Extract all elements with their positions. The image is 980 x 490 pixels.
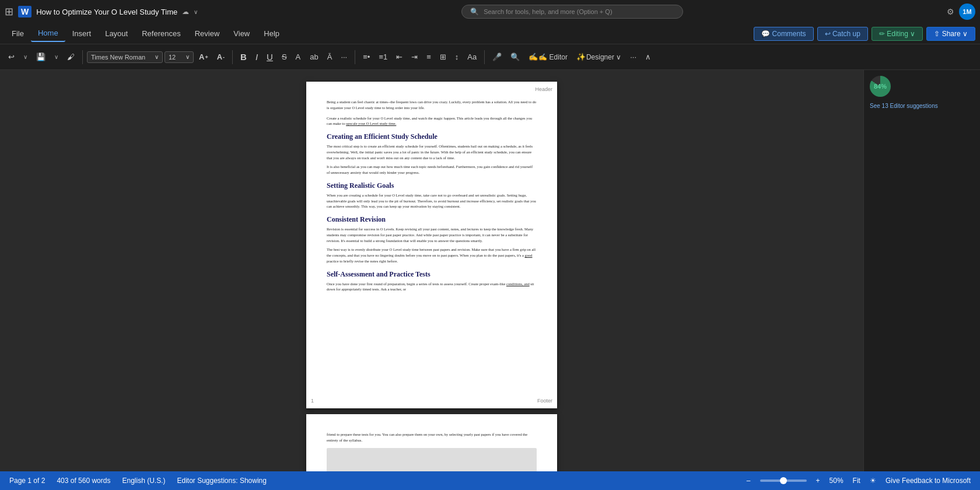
more-text-button[interactable]: ···: [337, 50, 351, 64]
clear-format-button[interactable]: Ā: [324, 50, 336, 64]
word-count: 403 of 560 words: [57, 477, 110, 485]
undo-button[interactable]: ↩: [5, 50, 18, 64]
ribbon-tabs: File Home Insert Layout References Revie…: [0, 23, 980, 44]
find-button[interactable]: 🔍: [507, 50, 523, 64]
word-icon: W: [18, 6, 32, 18]
page-2-image: [327, 448, 537, 472]
font-family-selector[interactable]: Times New Roman ∨: [87, 51, 163, 63]
numbered-list-button[interactable]: ≡1: [375, 50, 391, 64]
catch-up-button[interactable]: ↩ Catch up: [817, 27, 868, 41]
font-size-chevron: ∨: [186, 54, 190, 60]
table-button[interactable]: ⊞: [436, 50, 450, 64]
separator-3: [355, 50, 355, 64]
user-avatar[interactable]: 1M: [959, 4, 975, 20]
feedback-label[interactable]: Give Feedback to Microsoft: [886, 477, 971, 485]
page-footer-label: Footer: [537, 398, 552, 404]
title-bar-right: ⚙ 1M: [947, 4, 975, 20]
para-5: The best way is to evenly distribute you…: [327, 247, 537, 264]
editor-score: 84%: [870, 76, 974, 97]
para-6-text: Once you have done your first round of p…: [327, 282, 505, 286]
tab-references[interactable]: References: [135, 26, 187, 41]
editor-suggestions-link[interactable]: See 13 Editor suggestions: [870, 103, 974, 109]
save-status[interactable]: ☁: [182, 8, 189, 16]
format-painter-button[interactable]: 🖌: [64, 50, 78, 64]
heading-1: Creating an Efficient Study Schedule: [327, 132, 537, 141]
highlight-button[interactable]: ab: [306, 50, 321, 64]
collapse-ribbon-button[interactable]: ∧: [642, 50, 654, 64]
document-area[interactable]: Header Being a student can feel chaotic …: [0, 70, 863, 471]
intro-link[interactable]: upscale your O Level study time.: [346, 121, 396, 125]
language: English (U.S.): [122, 477, 165, 485]
save-dropdown[interactable]: ∨: [51, 51, 62, 62]
ribbon-actions: 💬 Comments ↩ Catch up ✏ Editing ∨ ⇧ Shar…: [754, 27, 975, 41]
page-info: Page 1 of 2: [9, 477, 45, 485]
align-button[interactable]: ≡: [423, 50, 435, 64]
editor-status: Editor Suggestions: Showing: [177, 477, 266, 485]
search-icon: 🔍: [470, 8, 479, 16]
italic-button[interactable]: I: [252, 50, 261, 64]
spacing-button[interactable]: ↕: [452, 50, 463, 64]
decrease-indent-button[interactable]: ⇤: [393, 50, 406, 64]
heading-3: Consistent Revision: [327, 215, 537, 224]
tab-insert[interactable]: Insert: [65, 26, 99, 41]
increase-font-size-button[interactable]: A+: [195, 50, 212, 64]
save-button[interactable]: 💾: [33, 50, 49, 64]
intro-para-2: Create a realistic schedule for your O L…: [327, 116, 537, 127]
more-tools-button[interactable]: ···: [626, 50, 640, 64]
title-bar: ⊞ W How to Optimize Your O Level Study T…: [0, 0, 980, 23]
para-6: Once you have done your first round of p…: [327, 281, 537, 293]
page-number-1: 1: [311, 398, 314, 404]
editor-button[interactable]: ✍ ✍ Editor: [525, 50, 571, 64]
zoom-slider[interactable]: [760, 480, 807, 482]
tab-view[interactable]: View: [226, 26, 257, 41]
fit-button[interactable]: Fit: [853, 477, 860, 485]
bold-button[interactable]: B: [237, 50, 250, 64]
designer-button[interactable]: ✨ Designer ∨: [573, 50, 625, 64]
zoom-level: 50%: [830, 477, 844, 485]
editing-button[interactable]: ✏ Editing ∨: [872, 27, 923, 41]
font-family-chevron: ∨: [155, 54, 159, 60]
zoom-plus-button[interactable]: +: [816, 477, 820, 485]
decrease-font-size-button[interactable]: A-: [214, 50, 228, 64]
toolbar: ↩ ∨ 💾 ∨ 🖌 Times New Roman ∨ 12 ∨ A+ A- B…: [0, 44, 980, 70]
title-bar-left: ⊞ W How to Optimize Your O Level Study T…: [5, 5, 198, 18]
strikethrough-button[interactable]: S: [278, 50, 290, 64]
underline-button[interactable]: U: [263, 50, 276, 64]
styles-button[interactable]: Aa: [464, 50, 480, 64]
main-area: Header Being a student can feel chaotic …: [0, 70, 980, 471]
voice-button[interactable]: 🎤: [489, 50, 505, 64]
separator-4: [484, 50, 485, 64]
bullet-list-button[interactable]: ≡•: [359, 50, 373, 64]
font-size-value: 12: [169, 54, 176, 61]
para-6-link[interactable]: conditions, and: [506, 282, 530, 286]
para-5-cont: practice to briefly revise the notes rig…: [327, 259, 398, 263]
font-family-value: Times New Roman: [91, 54, 145, 61]
para-5-link[interactable]: good: [525, 253, 533, 257]
increase-indent-button[interactable]: ⇥: [408, 50, 421, 64]
zoom-minus-button[interactable]: –: [747, 477, 751, 485]
app-grid-icon[interactable]: ⊞: [5, 5, 13, 18]
tab-file[interactable]: File: [5, 26, 31, 41]
tab-home[interactable]: Home: [31, 25, 65, 42]
heading-2: Setting Realistic Goals: [327, 181, 537, 190]
score-circle: 84%: [870, 76, 891, 97]
undo-dropdown[interactable]: ∨: [20, 51, 31, 62]
comments-button[interactable]: 💬 Comments: [754, 27, 813, 41]
tab-review[interactable]: Review: [188, 26, 227, 41]
separator-1: [82, 50, 83, 64]
settings-icon[interactable]: ⚙: [947, 7, 954, 16]
page-1: Header Being a student can feel chaotic …: [306, 82, 557, 408]
theme-icon[interactable]: ☀: [870, 477, 876, 485]
doc-title: How to Optimize Your O Level Study Time: [36, 8, 177, 16]
search-bar[interactable]: 🔍 Search for tools, help, and more (Opti…: [461, 5, 683, 19]
title-chevron-icon[interactable]: ∨: [194, 9, 198, 15]
page-header-label: Header: [535, 86, 552, 92]
share-button[interactable]: ⇧ Share ∨: [926, 27, 975, 41]
para-7: friend to prepare these tests for you. Y…: [327, 432, 537, 443]
para-2: It is also beneficial as you can map out…: [327, 164, 537, 176]
tab-help[interactable]: Help: [257, 26, 286, 41]
font-color-button[interactable]: A: [292, 50, 305, 64]
font-size-selector[interactable]: 12 ∨: [164, 51, 194, 63]
right-panel: 84% See 13 Editor suggestions: [863, 70, 980, 471]
tab-layout[interactable]: Layout: [98, 26, 135, 41]
